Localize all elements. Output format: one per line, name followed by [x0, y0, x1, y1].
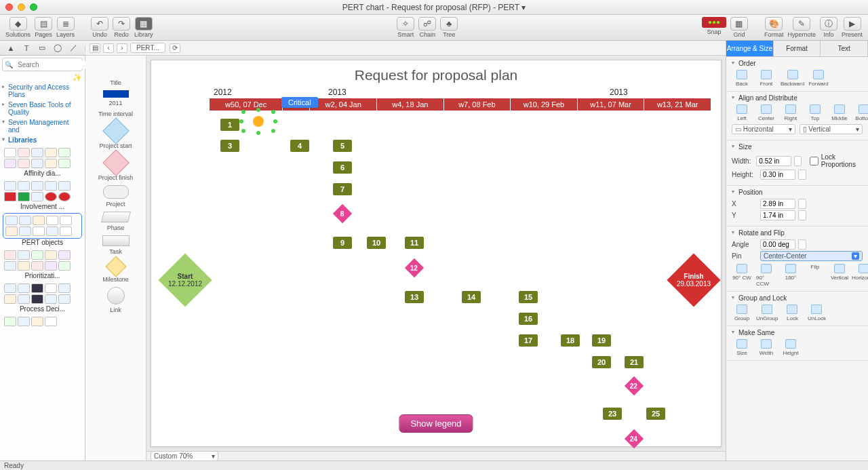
redo-button[interactable]: ↷	[113, 17, 130, 31]
order-backward-icon[interactable]	[787, 70, 798, 79]
crumb-fwd-icon[interactable]: ›	[117, 43, 127, 53]
lib-affinity[interactable]: Affinity dia...	[0, 145, 85, 178]
task-11[interactable]: 11	[405, 237, 424, 249]
same-width-icon[interactable]	[761, 339, 772, 349]
align-top-icon[interactable]	[810, 104, 821, 114]
ungroup-icon[interactable]	[762, 305, 772, 314]
task-20[interactable]: 20	[592, 356, 611, 368]
shape-project-start-icon[interactable]	[102, 117, 130, 144]
task-17[interactable]: 17	[519, 334, 538, 347]
canvas[interactable]: Request for proposal plan 2012 2013 2013…	[151, 60, 722, 447]
tree-button[interactable]: ♣	[440, 17, 458, 31]
pointer-tool-icon[interactable]: ▲	[4, 43, 18, 54]
crumb-refresh-icon[interactable]: ⟳	[170, 43, 180, 53]
solutions-button[interactable]: ◆	[9, 17, 27, 31]
rect-tool-icon[interactable]: ▭	[35, 43, 49, 54]
milestone-8[interactable]: 8	[333, 204, 352, 223]
task-16[interactable]: 16	[519, 313, 538, 325]
undo-button[interactable]: ↶	[91, 17, 108, 31]
angle-stepper[interactable]	[798, 239, 806, 250]
ellipse-tool-icon[interactable]: ◯	[51, 43, 64, 54]
height-stepper[interactable]	[798, 170, 806, 180]
pin-select[interactable]: Center-Center▾	[760, 251, 863, 261]
tab-format[interactable]: Format	[774, 41, 821, 56]
snap-indicator-icon[interactable]	[702, 17, 726, 28]
text-tool-icon[interactable]: T	[20, 43, 33, 54]
x-input[interactable]	[760, 199, 795, 209]
tab-text[interactable]: Text	[821, 41, 868, 56]
task-5[interactable]: 5	[333, 140, 352, 152]
libraries-header[interactable]: Libraries	[0, 135, 85, 145]
wand-icon[interactable]: ✨	[0, 73, 85, 82]
window-minimize-icon[interactable]	[18, 3, 25, 11]
task-3[interactable]: 3	[220, 140, 239, 152]
same-size-icon[interactable]	[736, 339, 747, 349]
rotate-180-icon[interactable]	[785, 264, 796, 273]
rotate-cw-icon[interactable]	[736, 264, 747, 273]
canvas-area[interactable]: Request for proposal plan 2012 2013 2013…	[146, 56, 726, 451]
align-middle-icon[interactable]	[834, 104, 845, 114]
align-left-icon[interactable]	[736, 104, 747, 114]
selection-handles[interactable]	[243, 112, 273, 131]
milestone-24[interactable]: 24	[625, 429, 644, 448]
task-23[interactable]: 23	[603, 408, 622, 420]
task-19[interactable]: 19	[592, 334, 611, 347]
order-forward-icon[interactable]	[813, 70, 824, 79]
unlock-icon[interactable]	[811, 305, 822, 314]
smart-button[interactable]: ✧	[397, 17, 414, 31]
line-tool-icon[interactable]: ／	[66, 43, 80, 54]
task-21[interactable]: 21	[625, 356, 644, 368]
same-height-icon[interactable]	[785, 339, 796, 349]
angle-input[interactable]	[760, 239, 795, 250]
y-stepper[interactable]	[798, 210, 806, 220]
lock-icon[interactable]	[787, 305, 797, 314]
info-button[interactable]: ⓘ	[820, 17, 837, 31]
shape-phase-icon[interactable]	[101, 212, 131, 222]
y-input[interactable]	[760, 210, 795, 220]
align-center-icon[interactable]	[761, 104, 772, 114]
lib-process[interactable]: Process Deci...	[0, 281, 85, 314]
lock-proportions-checkbox[interactable]	[810, 157, 818, 165]
library-button[interactable]: ▦	[135, 17, 153, 31]
lib-involvement[interactable]: Involvement ...	[0, 178, 85, 212]
chain-button[interactable]: ☍	[418, 17, 436, 31]
order-front-icon[interactable]	[761, 70, 772, 79]
zoom-select[interactable]: Custom 70%▾	[151, 451, 218, 461]
grid-button[interactable]: ▦	[730, 17, 748, 31]
sidebar-link-seven-basic[interactable]: Seven Basic Tools of Quality	[0, 100, 85, 117]
sidebar-link-seven-mgmt[interactable]: Seven Management and	[0, 117, 85, 135]
distribute-horizontal-select[interactable]: ▭ Horizontal▾	[732, 124, 795, 134]
start-node[interactable]: Start12.12.2012	[158, 253, 212, 307]
task-4[interactable]: 4	[290, 140, 309, 152]
hypernote-button[interactable]: ✎	[793, 17, 810, 31]
shape-project-finish-icon[interactable]	[102, 149, 130, 176]
task-25[interactable]: 25	[646, 408, 665, 420]
layers-button[interactable]: ≣	[57, 17, 75, 31]
sidebar-link-security[interactable]: Security and Access Plans	[0, 82, 85, 100]
lib-prior[interactable]: Prioritizati...	[0, 248, 85, 281]
task-15[interactable]: 15	[519, 291, 538, 303]
pages-button[interactable]: ▤	[35, 17, 52, 31]
flip-h-icon[interactable]	[859, 264, 868, 273]
group-icon[interactable]	[736, 305, 747, 314]
lib-pert[interactable]: PERT objects	[0, 212, 85, 248]
task-7[interactable]: 7	[333, 183, 352, 195]
order-back-icon[interactable]	[736, 70, 747, 79]
task-13[interactable]: 13	[405, 291, 424, 303]
show-legend-button[interactable]: Show legend	[399, 414, 473, 433]
finish-node[interactable]: Finish29.03.2013	[667, 253, 720, 307]
milestone-22[interactable]: 22	[625, 376, 644, 395]
crumb-back-icon[interactable]: ‹	[103, 43, 114, 53]
lib-extra[interactable]	[0, 314, 85, 329]
task-9[interactable]: 9	[333, 237, 352, 249]
format-button[interactable]: 🎨	[765, 17, 783, 31]
x-stepper[interactable]	[798, 199, 806, 209]
task-10[interactable]: 10	[367, 237, 386, 249]
task-18[interactable]: 18	[561, 334, 580, 347]
shape-milestone-icon[interactable]	[105, 256, 126, 277]
shape-task-icon[interactable]	[102, 235, 130, 246]
task-6[interactable]: 6	[333, 161, 352, 174]
shape-project-icon[interactable]	[103, 185, 129, 199]
shape-link-icon[interactable]	[107, 287, 125, 305]
window-close-icon[interactable]	[5, 3, 13, 11]
